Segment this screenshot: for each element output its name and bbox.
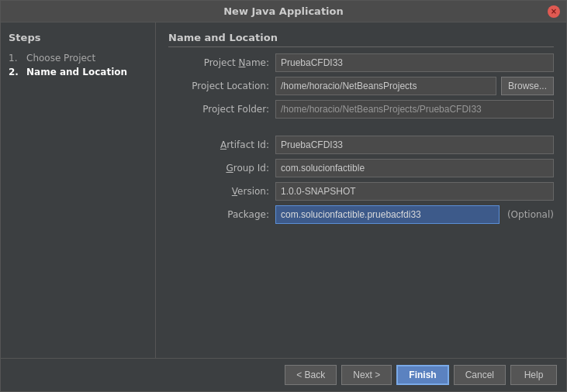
step-1-num: 1. (9, 53, 22, 64)
steps-title: Steps (9, 32, 147, 43)
flex-spacer (168, 224, 554, 349)
step-2-label: Name and Location (26, 67, 127, 77)
dialog: New Java Application × Steps 1. Choose P… (0, 0, 567, 392)
cancel-button[interactable]: Cancel (454, 365, 506, 385)
project-folder-row (275, 100, 554, 119)
package-row: (Optional) (275, 205, 554, 224)
project-name-row (275, 53, 554, 72)
help-button[interactable]: Help (510, 365, 557, 385)
title-bar: New Java Application × (1, 1, 566, 22)
artifact-id-input[interactable] (275, 136, 554, 154)
steps-list: 1. Choose Project 2. Name and Location (9, 51, 147, 79)
spacer-1 (168, 123, 269, 131)
footer: < Back Next > Finish Cancel Help (1, 358, 566, 391)
back-button[interactable]: < Back (285, 365, 337, 385)
step-1-label: Choose Project (26, 53, 95, 64)
project-name-input[interactable] (275, 53, 554, 72)
dialog-title: New Java Application (223, 5, 344, 17)
close-button[interactable]: × (548, 5, 560, 18)
project-folder-label: Project Folder: (168, 104, 269, 115)
step-1: 1. Choose Project (9, 51, 147, 65)
group-id-input[interactable] (275, 159, 554, 177)
spacer-2 (275, 123, 554, 131)
group-id-label: Group Id: (168, 163, 269, 174)
project-name-label: Project Name: (168, 57, 269, 68)
package-label: Package: (168, 209, 269, 220)
project-location-label: Project Location: (168, 81, 269, 91)
step-2: 2. Name and Location (9, 65, 147, 79)
version-input[interactable] (275, 182, 554, 201)
step-2-num: 2. (9, 67, 22, 77)
content-area: Steps 1. Choose Project 2. Name and Loca… (1, 22, 566, 358)
package-input[interactable] (275, 205, 500, 224)
project-folder-input (275, 100, 554, 119)
project-location-row: Browse... (275, 77, 554, 95)
group-id-row (275, 159, 554, 177)
sidebar: Steps 1. Choose Project 2. Name and Loca… (1, 22, 156, 358)
section-title: Name and Location (168, 32, 554, 47)
artifact-id-row (275, 136, 554, 154)
main-panel: Name and Location Project Name: Project … (156, 22, 566, 358)
version-row (275, 182, 554, 201)
optional-label: (Optional) (507, 209, 554, 220)
artifact-id-label: Artifact Id: (168, 139, 269, 150)
project-location-input[interactable] (275, 77, 496, 95)
next-button[interactable]: Next > (341, 365, 392, 385)
form-grid: Project Name: Project Location: Browse..… (168, 53, 554, 224)
finish-button[interactable]: Finish (396, 365, 448, 385)
version-label: Version: (168, 186, 269, 197)
browse-button[interactable]: Browse... (501, 77, 554, 95)
